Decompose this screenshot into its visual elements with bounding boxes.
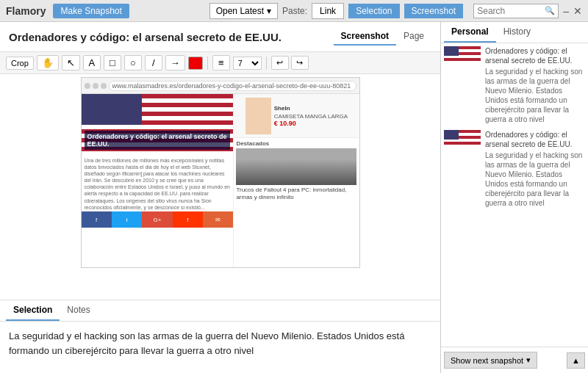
- twitter-btn[interactable]: t: [112, 211, 142, 228]
- tab-selection[interactable]: Selection: [6, 300, 60, 321]
- history-item[interactable]: Ordenadores y código: el arsenal secreto…: [444, 130, 585, 208]
- thumb-flag: [444, 46, 481, 64]
- page-title-bar: Ordenadores y código: el arsenal secreto…: [0, 22, 440, 52]
- thumb-canton: [444, 46, 459, 56]
- screenshot-frame: www.malasmadres.es/ordenadores-y-codigo-…: [81, 77, 360, 268]
- history-item-desc: La seguridad y el hacking son las armas …: [485, 67, 585, 124]
- text-style-tool[interactable]: ≡: [212, 55, 230, 70]
- history-item-title: Ordenadores y código: el arsenal secreto…: [485, 46, 585, 65]
- selection-text: La seguridad y el hacking son las armas …: [0, 322, 440, 373]
- advertisement: SheIn CAMISETA MANGA LARGA € 10.90: [234, 94, 359, 138]
- screenshot-page-tabs: Screenshot Page: [334, 28, 431, 46]
- nav-dot: [93, 83, 98, 89]
- history-item-desc: La seguridad y el hacking son las armas …: [485, 151, 585, 208]
- city-image: [236, 148, 356, 185]
- google-btn[interactable]: G+: [142, 211, 172, 228]
- toolbar-separator2: [266, 57, 267, 70]
- right-articles: Destacados Trucos de Fallout 4 para PC: …: [234, 138, 359, 204]
- page-title: Ordenadores y código: el arsenal secreto…: [9, 31, 282, 43]
- screenshot-area[interactable]: www.malasmadres.es/ordenadores-y-codigo-…: [0, 74, 440, 300]
- nav-dot: [101, 83, 107, 89]
- rectangle-tool[interactable]: □: [104, 55, 121, 70]
- thumb-flag: [444, 130, 481, 148]
- article-text: Una de tres millones de millones más exc…: [82, 153, 234, 211]
- ellipse-tool[interactable]: ○: [124, 55, 142, 70]
- tab-history[interactable]: History: [496, 22, 538, 43]
- toolbar-separator: [207, 57, 208, 70]
- tab-notes[interactable]: Notes: [60, 300, 97, 321]
- crop-tool[interactable]: Crop: [6, 57, 34, 70]
- headline-overlay: Ordenadores y código: el arsenal secreto…: [85, 131, 231, 150]
- undo-redo-group: ↩ ↪: [271, 56, 309, 70]
- flag-canton: [82, 94, 143, 125]
- ad-product: CAMISETA MANGA LARGA: [274, 113, 348, 120]
- link-button[interactable]: Link: [312, 3, 344, 19]
- content-right: SheIn CAMISETA MANGA LARGA € 10.90 Desta…: [234, 94, 359, 267]
- hero-image: Ordenadores y código: el arsenal secreto…: [82, 94, 234, 153]
- selection-button[interactable]: Selection: [348, 4, 399, 18]
- search-box: 🔍: [473, 4, 559, 18]
- app-title: Flamory: [6, 5, 46, 17]
- text-tool[interactable]: A: [83, 55, 101, 70]
- tab-page[interactable]: Page: [396, 28, 431, 46]
- selection-tabs: Selection Notes: [0, 300, 440, 322]
- history-list: Ordenadores y código: el arsenal secreto…: [441, 43, 588, 347]
- topbar: Flamory Make Snapshot Open Latest ▾ Past…: [0, 0, 588, 22]
- arrow-tool[interactable]: →: [165, 55, 185, 70]
- bottom-right-bar: Show next snapshot ▾ ▲: [441, 347, 588, 373]
- minimize-button[interactable]: –: [563, 5, 569, 17]
- hand-tool[interactable]: ✋: [37, 55, 59, 70]
- select-tool[interactable]: ↖: [62, 55, 80, 70]
- article-body: Una de tres millones de millones más exc…: [85, 157, 231, 211]
- paste-label: Paste:: [282, 6, 307, 16]
- show-next-snapshot-button[interactable]: Show next snapshot ▾: [444, 352, 537, 369]
- history-item-details: Ordenadores y código: el arsenal secreto…: [485, 130, 585, 208]
- ad-image: [245, 98, 271, 134]
- history-thumbnail: [444, 130, 481, 159]
- tab-personal[interactable]: Personal: [444, 22, 496, 43]
- color-swatch[interactable]: [188, 57, 203, 70]
- history-thumbnail: [444, 46, 481, 76]
- history-item[interactable]: Ordenadores y código: el arsenal secreto…: [444, 46, 585, 124]
- drawing-toolbar: Crop ✋ ↖ A □ ○ / → ≡ 7 5 10 ↩ ↪: [0, 52, 440, 74]
- facebook-btn[interactable]: f: [82, 211, 112, 228]
- browser-preview: www.malasmadres.es/ordenadores-y-codigo-…: [82, 78, 359, 267]
- right-panel-tabs: Personal History: [441, 22, 588, 43]
- article-image: [236, 148, 356, 185]
- chevron-down-icon: ▾: [526, 355, 531, 365]
- search-icon: 🔍: [545, 6, 555, 15]
- size-select[interactable]: 7 5 10: [233, 57, 262, 70]
- share-btn[interactable]: ✉: [203, 211, 233, 228]
- flipboard-btn[interactable]: f: [173, 211, 203, 228]
- selection-panel: Selection Notes La seguridad y el hackin…: [0, 300, 440, 373]
- thumb-text-area: [444, 148, 481, 159]
- screenshot-button[interactable]: Screenshot: [404, 4, 464, 18]
- content-left: Ordenadores y código: el arsenal secreto…: [82, 94, 234, 267]
- ad-price: € 10.90: [274, 120, 348, 127]
- scroll-up-button[interactable]: ▲: [567, 352, 585, 369]
- thumb-canton: [444, 130, 459, 140]
- undo-button[interactable]: ↩: [271, 56, 289, 70]
- search-input[interactable]: [477, 6, 543, 16]
- ad-brand: SheIn: [274, 105, 348, 112]
- page-content: Ordenadores y código: el arsenal secreto…: [82, 94, 359, 267]
- destacados-label: Destacados: [236, 140, 356, 147]
- history-item-title: Ordenadores y código: el arsenal secreto…: [485, 130, 585, 149]
- ad-details: SheIn CAMISETA MANGA LARGA € 10.90: [274, 105, 348, 127]
- line-tool[interactable]: /: [145, 55, 162, 70]
- chevron-down-icon: ▾: [267, 6, 271, 16]
- right-panel: Personal History Ordenadores y código: e…: [441, 22, 588, 373]
- thumb-text-area: [444, 64, 481, 76]
- history-item-details: Ordenadores y código: el arsenal secreto…: [485, 46, 585, 124]
- left-panel: Ordenadores y código: el arsenal secreto…: [0, 22, 441, 373]
- right-article-title: Trucos de Fallout 4 para PC: inmortalida…: [236, 186, 356, 202]
- redo-button[interactable]: ↪: [291, 56, 309, 70]
- make-snapshot-button[interactable]: Make Snapshot: [53, 4, 129, 18]
- open-latest-button[interactable]: Open Latest ▾: [209, 3, 278, 19]
- url-bar: www.malasmadres.es/ordenadores-y-codigo-…: [109, 81, 356, 91]
- main-area: Ordenadores y código: el arsenal secreto…: [0, 22, 588, 373]
- social-bar: f t G+ f ✉: [82, 211, 234, 228]
- browser-bar: www.malasmadres.es/ordenadores-y-codigo-…: [82, 78, 359, 94]
- close-button[interactable]: ✕: [573, 5, 582, 17]
- tab-screenshot[interactable]: Screenshot: [334, 28, 396, 46]
